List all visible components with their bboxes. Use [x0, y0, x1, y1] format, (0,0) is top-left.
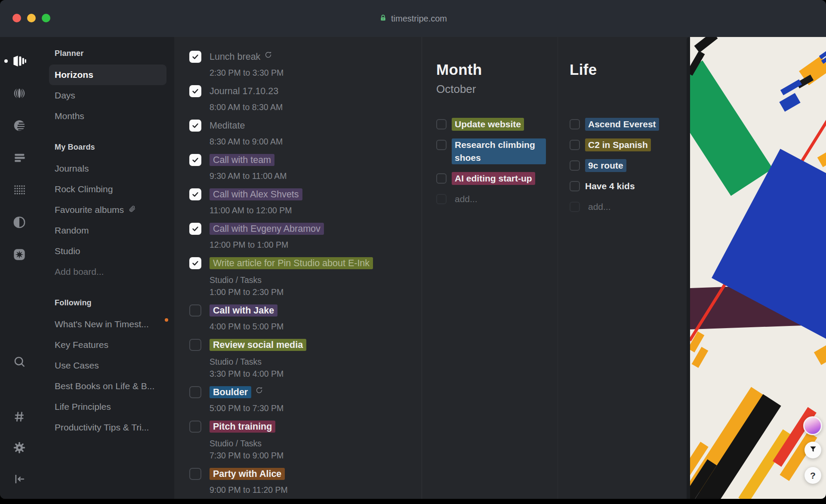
task-row: Call with Jake 4:00 PM to 5:00 PM	[189, 304, 422, 332]
goal-label[interactable]: AI editing start-up	[452, 172, 535, 185]
sidebar-item-rock-climbing[interactable]: Rock Climbing	[55, 179, 174, 200]
filter-icon	[809, 445, 817, 455]
task-time: 12:00 PM to 1:00 PM	[210, 239, 422, 250]
task-checkbox[interactable]	[189, 257, 201, 269]
task-row: Call with team 9:30 AM to 11:00 AM	[189, 154, 422, 181]
task-checkbox[interactable]	[189, 421, 201, 433]
add-task-label[interactable]: add...	[452, 193, 481, 206]
task-time: 5:00 PM to 7:30 PM	[210, 403, 422, 414]
task-checkbox[interactable]	[189, 223, 201, 235]
task-row: Review social media Studio / Tasks 3:30 …	[189, 339, 422, 379]
artwork-panel: ?	[687, 37, 826, 499]
goal-checkbox	[570, 202, 580, 212]
goal-checkbox[interactable]	[570, 160, 580, 171]
nav-section-header-my-boards: My Boards	[55, 141, 174, 153]
hash-icon[interactable]	[12, 409, 27, 424]
goal-checkbox[interactable]	[436, 119, 447, 129]
sidebar-item-label: Random	[55, 220, 89, 241]
help-button[interactable]: ?	[804, 467, 821, 484]
task-title[interactable]: Party with Alice	[210, 468, 285, 480]
painting-shape	[687, 61, 773, 196]
add-task-label[interactable]: add...	[585, 200, 614, 213]
sidebar-item-studio[interactable]: Studio	[55, 241, 174, 261]
task-checkbox[interactable]	[189, 85, 201, 97]
sidebar-item-label: Life Principles	[55, 396, 111, 417]
goal-label[interactable]: Have 4 kids	[585, 180, 635, 193]
goal-label[interactable]: 9c route	[585, 159, 626, 172]
browser-window: timestripe.com PlannerHorizonsDaysMonths…	[0, 0, 826, 499]
sidebar-item-add-board[interactable]: Add board...	[55, 261, 174, 282]
sidebar-item-label: Rock Climbing	[55, 179, 113, 200]
painting-shape	[817, 150, 826, 167]
task-checkbox[interactable]	[189, 339, 201, 351]
goal-row: Ascend Everest	[570, 118, 687, 131]
task-row: Call with Evgeny Abramov 12:00 PM to 1:0…	[189, 223, 422, 250]
repeat-icon	[264, 51, 272, 63]
task-checkbox[interactable]	[189, 188, 201, 200]
goal-row: 9c route	[570, 159, 687, 172]
task-title[interactable]: Journal 17.10.23	[210, 85, 278, 97]
task-checkbox[interactable]	[189, 468, 201, 480]
task-title[interactable]: Boulder	[210, 386, 251, 398]
task-title[interactable]: Call with Evgeny Abramov	[210, 223, 324, 235]
task-checkbox[interactable]	[189, 120, 201, 132]
life-column: Life Ascend Everest C2 in Spanish 9c rou…	[558, 37, 687, 499]
task-checkbox[interactable]	[189, 154, 201, 166]
task-checkbox[interactable]	[189, 304, 201, 317]
task-checkbox[interactable]	[189, 51, 201, 63]
search-icon[interactable]	[12, 354, 27, 369]
sidebar-item-horizons[interactable]: Horizons	[49, 65, 166, 85]
contrast-icon[interactable]	[12, 215, 27, 230]
task-title[interactable]: Pitch training	[210, 421, 275, 433]
goal-row: C2 in Spanish	[570, 138, 687, 151]
address-bar[interactable]: timestripe.com	[0, 0, 826, 37]
month-column-title: Month	[436, 61, 558, 78]
goal-checkbox[interactable]	[570, 181, 580, 191]
settings-gear-icon[interactable]	[12, 440, 27, 455]
goal-checkbox[interactable]	[570, 119, 580, 129]
task-time: 9:30 AM to 11:00 AM	[210, 170, 422, 181]
goal-checkbox[interactable]	[570, 140, 580, 150]
goal-checkbox[interactable]	[436, 140, 447, 150]
sidebar-item-life-principles[interactable]: Life Principles	[55, 396, 174, 417]
user-avatar[interactable]	[803, 416, 822, 435]
days-globe-icon[interactable]	[12, 86, 27, 101]
sidebar-item-months[interactable]: Months	[55, 106, 174, 126]
grid-icon[interactable]	[12, 182, 27, 198]
goal-label[interactable]: Research climbing shoes	[452, 138, 546, 164]
painting-shape	[814, 344, 826, 365]
sidebar-item-favourite-albums[interactable]: Favourite albums	[55, 200, 174, 220]
add-task-row[interactable]: add...	[570, 200, 687, 213]
sidebar-item-what-s-new-in-timest[interactable]: What's New in Timest...	[55, 314, 174, 335]
horizons-logo-icon[interactable]	[12, 53, 27, 69]
sidebar-item-key-features[interactable]: Key Features	[55, 335, 174, 355]
sidebar-item-productivity-tips-tri[interactable]: Productivity Tips & Tri...	[55, 417, 174, 438]
months-sphere-icon[interactable]	[12, 118, 27, 133]
task-title[interactable]: Write article for Pin Studio about E-Ink	[210, 257, 373, 269]
add-task-row[interactable]: add...	[436, 193, 558, 206]
sidebar-item-journals[interactable]: Journals	[55, 158, 174, 179]
task-title[interactable]: Call with team	[210, 154, 274, 166]
goal-checkbox	[436, 194, 447, 204]
sidebar-item-label: Best Books on Life & B...	[55, 376, 154, 396]
goal-label[interactable]: Ascend Everest	[585, 118, 659, 131]
task-checkbox[interactable]	[189, 386, 201, 398]
app-body: PlannerHorizonsDaysMonthsMy BoardsJourna…	[0, 37, 826, 499]
collapse-sidebar-icon[interactable]	[12, 471, 27, 487]
task-title[interactable]: Meditate	[210, 120, 245, 132]
goal-checkbox[interactable]	[436, 173, 447, 184]
sidebar-item-best-books-on-life-b[interactable]: Best Books on Life & B...	[55, 376, 174, 396]
boards-list-icon[interactable]	[12, 150, 27, 166]
sidebar-item-use-cases[interactable]: Use Cases	[55, 355, 174, 376]
task-title[interactable]: Call with Alex Shvets	[210, 188, 302, 200]
task-title[interactable]: Lunch break	[210, 51, 260, 63]
star-burst-icon[interactable]	[12, 247, 27, 262]
goal-label[interactable]: C2 in Spanish	[585, 138, 651, 151]
task-title[interactable]: Review social media	[210, 339, 306, 351]
goal-label[interactable]: Update website	[452, 118, 524, 131]
sidebar-item-days[interactable]: Days	[55, 85, 174, 106]
task-title[interactable]: Call with Jake	[210, 304, 277, 317]
url-text: timestripe.com	[391, 14, 447, 24]
filter-button[interactable]	[804, 442, 821, 458]
sidebar-item-random[interactable]: Random	[55, 220, 174, 241]
